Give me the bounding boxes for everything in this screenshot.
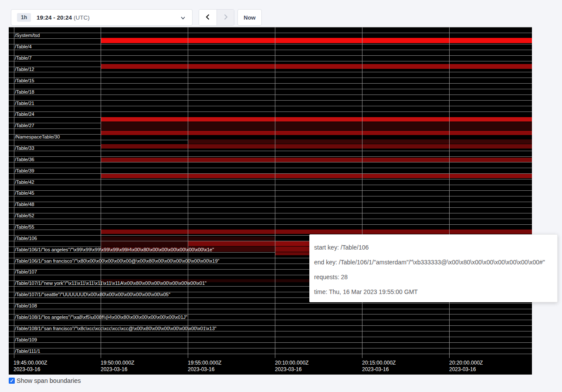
- grid-line-horizontal: [9, 190, 532, 191]
- heat-band[interactable]: [101, 38, 532, 43]
- show-span-boundaries-checkbox[interactable]: ✓: [9, 378, 15, 384]
- heat-band[interactable]: [101, 241, 188, 246]
- grid-line-horizontal: [9, 185, 532, 185]
- grid-line-horizontal: [9, 112, 532, 112]
- range-duration-badge: 1h: [17, 13, 31, 22]
- row-label: /Table/107/1/"new york"/"\x11\x11\x11\x1…: [15, 281, 207, 286]
- grid-line-horizontal: [9, 224, 532, 225]
- row-label: /Table/15: [15, 78, 34, 83]
- grid-line-vertical: [188, 27, 188, 358]
- axis-tick: 20:15:00.000Z2023-03-16: [362, 360, 396, 373]
- chevron-down-icon: [180, 15, 186, 23]
- grid-line-horizontal: [9, 320, 532, 320]
- row-label: /Table/109: [15, 338, 37, 342]
- chevron-right-icon: [222, 14, 229, 22]
- prev-range-button[interactable]: [199, 10, 217, 25]
- row-label: /Table/55: [15, 225, 34, 230]
- grid-line-horizontal: [9, 331, 532, 331]
- grid-line-horizontal: [9, 213, 532, 213]
- row-label: /Table/24: [15, 112, 34, 117]
- row-label: /NamespaceTable/30: [15, 135, 60, 139]
- row-label: /Table/27: [15, 123, 34, 128]
- grid-line-horizontal: [9, 83, 532, 84]
- row-label: /Table/107/1/"seattle"/"UUUUUUD\x00\x80\…: [15, 292, 170, 297]
- grid-line-vertical: [14, 27, 14, 358]
- grid-line-horizontal: [9, 55, 532, 56]
- axis-tick: 20:20:00.000Z2023-03-16: [449, 360, 483, 373]
- row-label: /Table/18: [15, 90, 34, 95]
- grid-line-horizontal: [9, 337, 532, 337]
- grid-line-horizontal: [9, 61, 532, 61]
- key-visualizer-heatmap[interactable]: /System/tsd/Table/4/Table/7/Table/12/Tab…: [9, 27, 532, 358]
- now-button[interactable]: Now: [237, 9, 262, 26]
- heat-band[interactable]: [101, 131, 532, 135]
- grid-line-horizontal: [9, 202, 532, 202]
- range-text: 19:24 - 20:24(UTC): [37, 14, 90, 21]
- grid-line-horizontal: [9, 207, 532, 208]
- grid-line-horizontal: [9, 27, 532, 27]
- grid-line-horizontal: [9, 156, 532, 157]
- heat-band[interactable]: [188, 241, 275, 246]
- range-utc-suffix: (UTC): [74, 14, 90, 21]
- row-label: /Table/108/1/"los angeles"/"\xa8\xf5\u00…: [15, 315, 187, 320]
- axis-tick: 19:55:00.000Z2023-03-16: [188, 360, 221, 373]
- grid-line-horizontal: [9, 151, 532, 151]
- row-label: /Table/33: [15, 146, 34, 151]
- grid-line-horizontal: [9, 95, 532, 95]
- grid-line-horizontal: [9, 162, 532, 162]
- row-label: /Table/39: [15, 169, 34, 173]
- row-label: /Table/42: [15, 180, 34, 185]
- row-label: /Table/36: [15, 157, 34, 162]
- grid-line-horizontal: [9, 348, 532, 348]
- heat-band[interactable]: [101, 230, 532, 234]
- row-label: /System/tsd: [15, 33, 40, 38]
- row-label: /Table/106: [15, 236, 37, 241]
- row-label: /Table/48: [15, 202, 34, 207]
- heat-band[interactable]: [101, 122, 532, 130]
- grid-line-horizontal: [9, 50, 532, 50]
- hover-tooltip: start key: /Table/106end key: /Table/106…: [309, 234, 558, 302]
- grid-line-horizontal: [9, 219, 532, 219]
- grid-line-horizontal: [9, 354, 532, 354]
- row-label: /Table/21: [15, 101, 34, 106]
- tooltip-line: time: Thu, 16 Mar 2023 19:55:00 GMT: [314, 284, 553, 299]
- next-range-button[interactable]: [217, 10, 234, 25]
- grid-line-horizontal: [9, 168, 532, 168]
- grid-line-horizontal: [9, 309, 532, 309]
- grid-line-vertical: [449, 27, 450, 358]
- row-label: /Table/7: [15, 56, 32, 61]
- row-label: /Table/108: [15, 304, 37, 308]
- row-label: /Table/106/1/"los angeles"/"\x99\x99\x99…: [15, 247, 214, 252]
- row-label: /Table/111/1: [15, 349, 40, 354]
- grid-line-horizontal: [9, 33, 532, 33]
- axis-tick: 20:10:00.000Z2023-03-16: [275, 360, 308, 373]
- row-label: /Table/52: [15, 213, 34, 218]
- range-nav-group: [199, 9, 234, 26]
- heat-band[interactable]: [101, 117, 532, 122]
- axis-tick: 19:50:00.000Z2023-03-16: [101, 360, 134, 373]
- grid-line-vertical: [275, 27, 275, 358]
- grid-line-vertical: [362, 27, 362, 358]
- heat-band[interactable]: [101, 174, 532, 178]
- row-label: /Table/108/1/"san francisco"/"\x8c\xcc\x…: [15, 326, 217, 331]
- footer: ✓ Show span boundaries: [9, 377, 81, 384]
- grid-line-horizontal: [9, 179, 532, 179]
- row-label: /Table/106/1/"san francisco"/"\x80\x00\x…: [15, 259, 220, 264]
- axis-tick: 19:45:00.000Z2023-03-16: [14, 360, 47, 373]
- grid-line-vertical: [101, 27, 101, 358]
- grid-line-horizontal: [9, 89, 532, 89]
- heat-band[interactable]: [101, 64, 532, 69]
- grid-line-horizontal: [9, 106, 532, 106]
- grid-line-horizontal: [9, 342, 532, 343]
- time-range-selector[interactable]: 1h 19:24 - 20:24(UTC): [11, 9, 193, 26]
- heat-band[interactable]: [101, 158, 532, 162]
- grid-line-horizontal: [9, 44, 532, 44]
- row-label: /Table/4: [15, 44, 32, 49]
- heat-band[interactable]: [101, 144, 532, 149]
- toolbar: 1h 19:24 - 20:24(UTC) Now: [0, 0, 562, 27]
- heat-band[interactable]: [188, 139, 532, 144]
- grid-line-horizontal: [9, 100, 532, 101]
- grid-line-horizontal: [9, 303, 532, 304]
- row-label: /Table/45: [15, 191, 34, 196]
- grid-line-horizontal: [9, 72, 532, 72]
